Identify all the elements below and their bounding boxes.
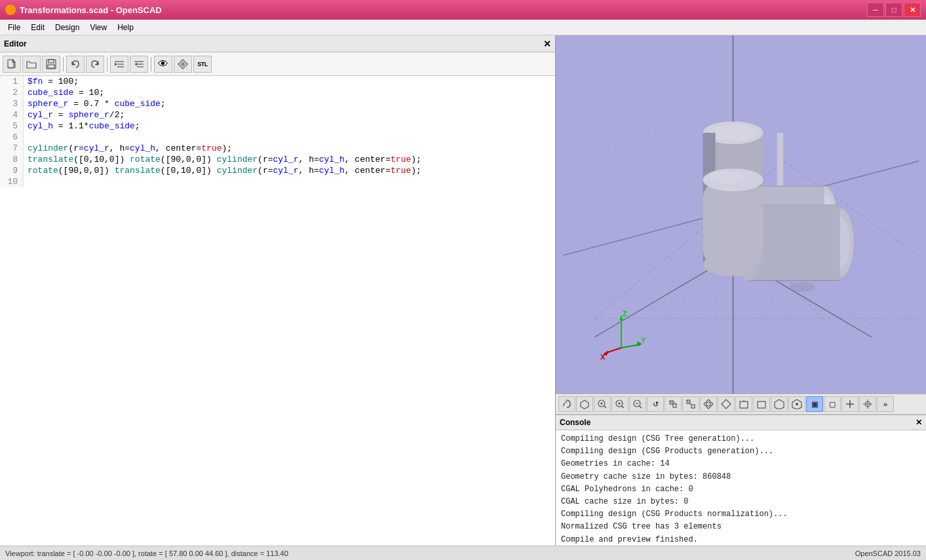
svg-line-56 xyxy=(604,406,606,408)
svg-rect-78 xyxy=(758,401,765,408)
save-file-button[interactable] xyxy=(42,56,60,73)
svg-text:Z: Z xyxy=(623,310,627,318)
menu-help[interactable]: Help xyxy=(112,22,139,33)
menu-view[interactable]: View xyxy=(85,22,112,33)
render-button[interactable] xyxy=(174,56,192,73)
new-file-button[interactable] xyxy=(3,56,21,73)
editor-title: Editor xyxy=(4,39,27,48)
code-lines: 1 $fn = 100; 2 cube_side = 10; 3 sphere_… xyxy=(0,76,555,187)
view-top-button[interactable] xyxy=(700,396,717,412)
view-perspective-button[interactable] xyxy=(665,396,682,412)
unindent-button[interactable] xyxy=(130,56,148,73)
svg-line-72 xyxy=(687,400,691,405)
zoom-in-button[interactable] xyxy=(611,396,628,412)
open-file-button[interactable] xyxy=(22,56,41,73)
render-wireframe-button[interactable]: ▢ xyxy=(824,396,841,412)
console-content: Compiling design (CSG Tree generation)..… xyxy=(556,430,926,546)
view-ortho-button[interactable] xyxy=(682,396,699,412)
svg-line-51 xyxy=(606,348,621,353)
svg-marker-54 xyxy=(581,400,588,409)
code-line-9: 9 rotate([90,0,0]) translate([0,10,0]) c… xyxy=(0,165,555,176)
status-bar: Viewport: translate = [ -0.00 -0.00 -0.0… xyxy=(0,546,926,560)
editor-panel: Editor ✕ xyxy=(0,35,556,546)
view-front-button[interactable] xyxy=(735,396,752,412)
editor-content[interactable]: 1 $fn = 100; 2 cube_side = 10; 3 sphere_… xyxy=(0,76,555,546)
svg-rect-76 xyxy=(740,401,748,408)
viewport-info: Viewport: translate = [ -0.00 -0.00 -0.0… xyxy=(5,550,288,557)
svg-marker-11 xyxy=(180,62,185,67)
console-line-8: Normalized CSG tree has 3 elements xyxy=(561,521,921,533)
svg-rect-71 xyxy=(691,405,695,408)
restore-button[interactable]: □ xyxy=(885,3,902,17)
zoom-all-button[interactable] xyxy=(594,396,611,412)
svg-point-74 xyxy=(706,402,710,406)
menu-file[interactable]: File xyxy=(3,22,26,33)
code-line-6: 6 xyxy=(0,132,555,143)
right-panel: Z Y X xyxy=(556,35,926,546)
console-titlebar: Console ✕ xyxy=(556,415,926,430)
console-panel: Console ✕ Compiling design (CSG Tree gen… xyxy=(556,415,926,546)
svg-line-60 xyxy=(622,406,624,408)
console-line-7: Compiling design (CSG Products normaliza… xyxy=(561,508,921,521)
view-back-button[interactable] xyxy=(753,396,770,412)
editor-close-icon[interactable]: ✕ xyxy=(543,39,551,49)
code-line-7: 7 cylinder(r=cyl_r, h=cyl_h, center=true… xyxy=(0,143,555,154)
console-line-3: Geometries in cache: 14 xyxy=(561,458,921,470)
console-title: Console xyxy=(560,418,590,427)
svg-line-69 xyxy=(673,401,676,404)
close-button[interactable]: ✕ xyxy=(904,3,921,17)
window-title: Transformations.scad - OpenSCAD xyxy=(20,5,162,15)
show-crosshairs-button[interactable] xyxy=(859,396,876,412)
viewport[interactable]: Z Y X xyxy=(556,35,926,394)
svg-line-48 xyxy=(621,345,640,348)
menu-design[interactable]: Design xyxy=(50,22,85,33)
more-views-button[interactable]: » xyxy=(877,396,894,412)
svg-rect-67 xyxy=(673,404,676,407)
svg-text:Y: Y xyxy=(641,336,646,344)
menu-bar: File Edit Design View Help xyxy=(0,20,926,35)
svg-point-31 xyxy=(709,124,757,141)
menu-edit[interactable]: Edit xyxy=(26,22,50,33)
code-line-2: 2 cube_side = 10; xyxy=(0,87,555,98)
svg-rect-2 xyxy=(48,60,54,63)
code-line-5: 5 cyl_h = 1.1*cube_side; xyxy=(0,121,555,132)
toolbar-sep-1 xyxy=(63,57,64,71)
zoom-out-button[interactable] xyxy=(629,396,646,412)
render-surfaces-button[interactable]: ▣ xyxy=(806,396,823,412)
window-controls: ─ □ ✕ xyxy=(867,3,921,17)
svg-rect-3 xyxy=(48,65,54,68)
code-line-1: 1 $fn = 100; xyxy=(0,76,555,87)
code-line-3: 3 sphere_r = 0.7 * cube_side; xyxy=(0,98,555,109)
code-line-4: 4 cyl_r = sphere_r/2; xyxy=(0,109,555,121)
show-axes-button[interactable] xyxy=(841,396,858,412)
console-line-5: CGAL Polyhedrons in cache: 0 xyxy=(561,483,921,496)
svg-rect-0 xyxy=(8,60,14,68)
undo-button[interactable] xyxy=(66,56,85,73)
svg-point-39 xyxy=(790,282,815,291)
view-toolbar: ↺ ▣ xyxy=(556,394,926,415)
editor-toolbar: 👁 STL xyxy=(0,52,555,76)
title-bar-left: 🔶 Transformations.scad - OpenSCAD xyxy=(5,5,162,15)
reset-view-button[interactable]: ↺ xyxy=(647,396,664,412)
main-area: Editor ✕ xyxy=(0,35,926,546)
svg-line-68 xyxy=(670,401,673,404)
axis-indicator: Z Y X xyxy=(595,308,647,361)
svg-marker-79 xyxy=(775,400,784,409)
view-right-button[interactable] xyxy=(788,396,805,412)
svg-line-64 xyxy=(640,406,642,408)
indent-button[interactable] xyxy=(110,56,128,73)
redo-button[interactable] xyxy=(86,56,104,73)
preview-button[interactable]: 👁 xyxy=(154,56,172,73)
export-stl-button[interactable]: STL xyxy=(193,56,212,73)
console-close-icon[interactable]: ✕ xyxy=(916,418,922,427)
editor-titlebar: Editor ✕ xyxy=(0,35,555,52)
view-bottom-button[interactable] xyxy=(718,396,735,412)
view-object-button[interactable] xyxy=(576,396,593,412)
minimize-button[interactable]: ─ xyxy=(867,3,884,17)
svg-marker-73 xyxy=(704,400,713,409)
svg-point-81 xyxy=(796,403,798,405)
app-version: OpenSCAD 2015.03 xyxy=(855,550,921,557)
console-line-4: Geometry cache size in bytes: 860848 xyxy=(561,471,921,483)
view-left-button[interactable] xyxy=(771,396,788,412)
view-rotate-button[interactable] xyxy=(558,396,575,412)
